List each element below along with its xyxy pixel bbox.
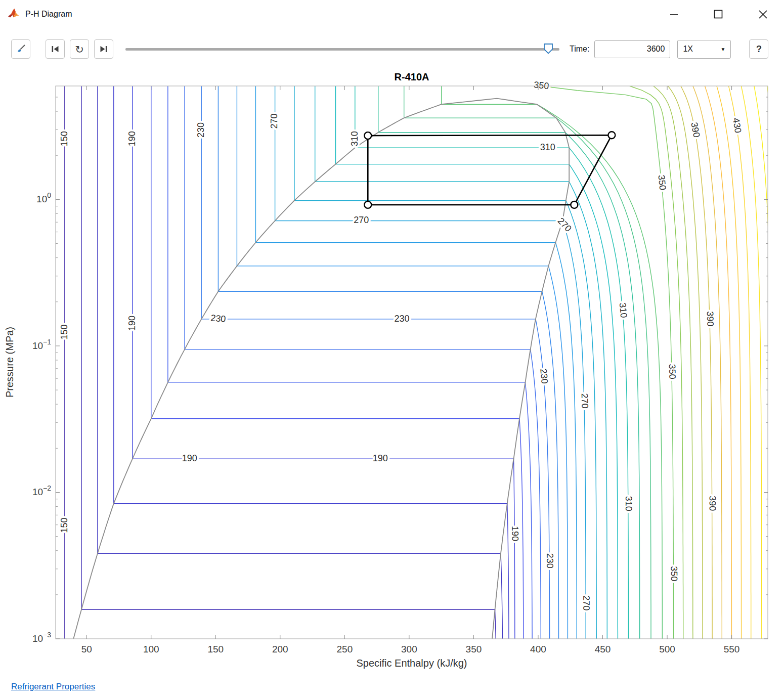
slider-thumb[interactable] bbox=[544, 43, 553, 54]
isotherm-line bbox=[114, 86, 509, 648]
contour-label: 230 bbox=[395, 314, 410, 324]
contour-label: 350 bbox=[533, 79, 549, 91]
isotherm-line bbox=[218, 86, 558, 647]
x-tick-label: 100 bbox=[143, 644, 159, 654]
x-tick-label: 250 bbox=[337, 644, 353, 654]
playback-controls: ↻ bbox=[46, 39, 113, 59]
contour-label: 150 bbox=[59, 131, 69, 146]
contour-label: 390 bbox=[689, 121, 702, 138]
maximize-icon bbox=[714, 10, 723, 19]
maximize-button[interactable] bbox=[704, 0, 732, 28]
contour-labels: 1501501501901901901901902302302302302302… bbox=[59, 79, 744, 610]
isotherm-line bbox=[201, 86, 549, 648]
isotherm-line bbox=[151, 86, 524, 643]
contour-label: 390 bbox=[708, 496, 718, 511]
isotherm-line bbox=[98, 86, 503, 646]
x-tick-label: 50 bbox=[81, 644, 92, 654]
contour-label: 190 bbox=[373, 453, 388, 463]
x-tick-label: 550 bbox=[724, 644, 740, 654]
isotherm-line bbox=[754, 86, 772, 648]
isotherm-line bbox=[705, 86, 732, 648]
close-button[interactable] bbox=[749, 0, 777, 28]
isotherm-line bbox=[185, 86, 541, 644]
chevron-down-icon: ▼ bbox=[721, 47, 726, 52]
rerun-icon: ↻ bbox=[75, 44, 84, 55]
contour-label: 430 bbox=[731, 117, 743, 134]
contour-label: 150 bbox=[59, 518, 69, 533]
contour-label: 270 bbox=[580, 393, 590, 409]
isotherm-line bbox=[237, 86, 568, 648]
contour-label: 350 bbox=[667, 364, 678, 379]
isotherm-line bbox=[355, 86, 629, 644]
y-tick-label: 100 bbox=[36, 191, 51, 204]
contour-label: 230 bbox=[545, 553, 555, 568]
contour-label: 390 bbox=[705, 311, 716, 327]
step-back-button[interactable] bbox=[46, 39, 65, 59]
isotherm-line bbox=[767, 86, 783, 648]
contour-label: 190 bbox=[127, 316, 137, 331]
refrigeration-cycle bbox=[364, 132, 615, 208]
step-forward-button[interactable] bbox=[94, 39, 113, 59]
x-tick-label: 150 bbox=[207, 644, 224, 654]
rerun-button[interactable]: ↻ bbox=[70, 39, 89, 59]
toolbar: ↻ Time: 1X ▼ ? bbox=[0, 35, 784, 63]
saturation-dome-curve bbox=[65, 99, 569, 673]
refrigerant-properties-link[interactable]: Refrigerant Properties bbox=[11, 682, 95, 691]
time-input[interactable] bbox=[594, 40, 670, 58]
contour-label: 270 bbox=[354, 215, 369, 225]
contour-label: 350 bbox=[657, 174, 668, 191]
close-icon bbox=[758, 10, 768, 19]
isotherm-line bbox=[336, 86, 618, 643]
contour-label: 270 bbox=[269, 113, 279, 128]
contour-label: 270 bbox=[556, 215, 574, 234]
y-tick-label: 10−3 bbox=[32, 631, 51, 644]
contour-label: 230 bbox=[210, 313, 227, 324]
contour-label: 190 bbox=[182, 453, 197, 463]
x-tick-label: 500 bbox=[659, 644, 675, 654]
speed-value: 1X bbox=[683, 45, 693, 54]
isotherm-line bbox=[741, 86, 761, 648]
chart-title: R-410A bbox=[395, 71, 429, 82]
isotherm-line bbox=[133, 86, 515, 648]
contour-label: 310 bbox=[350, 131, 360, 146]
ph-chart: 1501501501901901901901902302302302302302… bbox=[0, 68, 784, 678]
titlebar: P-H Diagram bbox=[0, 0, 784, 28]
speed-dropdown[interactable]: 1X ▼ bbox=[677, 40, 731, 59]
x-axis-label: Specific Enthalpy (kJ/kg) bbox=[357, 658, 467, 669]
contour-label: 230 bbox=[538, 368, 550, 384]
contour-label: 350 bbox=[669, 566, 679, 581]
slider-track[interactable] bbox=[125, 48, 559, 51]
window-title: P-H Diagram bbox=[25, 10, 72, 19]
isotherm-line bbox=[681, 86, 712, 648]
cycle-marker bbox=[364, 201, 371, 208]
saturation-dome bbox=[65, 99, 569, 673]
contour-label: 310 bbox=[540, 142, 555, 152]
time-slider[interactable] bbox=[125, 39, 559, 59]
isotherm-line bbox=[378, 86, 640, 646]
matlab-logo-icon bbox=[7, 8, 20, 21]
chart-area: 1501501501901901901901902302302302302302… bbox=[0, 68, 784, 680]
contour-label: 150 bbox=[59, 324, 69, 339]
plot-box bbox=[56, 86, 768, 639]
isotherm-line bbox=[693, 86, 722, 648]
x-tick-label: 450 bbox=[595, 644, 611, 654]
y-tick-label: 10−1 bbox=[32, 338, 51, 351]
x-tick-label: 300 bbox=[401, 644, 417, 654]
cycle-marker bbox=[364, 132, 371, 139]
contour-label: 270 bbox=[581, 595, 591, 610]
y-axis-label: Pressure (MPa) bbox=[4, 327, 15, 398]
contour-label: 310 bbox=[618, 302, 629, 319]
contour-label: 190 bbox=[510, 526, 520, 541]
contour-label: 310 bbox=[624, 496, 634, 511]
axes: 5010015020025030035040045050055010010−11… bbox=[32, 86, 768, 654]
x-tick-label: 200 bbox=[272, 644, 288, 654]
minimize-button[interactable] bbox=[660, 0, 688, 28]
style-brush-button[interactable] bbox=[11, 39, 30, 59]
y-tick-label: 10−2 bbox=[32, 484, 51, 497]
paintbrush-icon bbox=[15, 43, 26, 55]
help-button[interactable]: ? bbox=[749, 39, 768, 59]
isotherm-line bbox=[255, 86, 577, 642]
isotherm-line bbox=[81, 86, 496, 640]
window-controls bbox=[643, 0, 777, 28]
step-forward-icon bbox=[98, 43, 109, 55]
